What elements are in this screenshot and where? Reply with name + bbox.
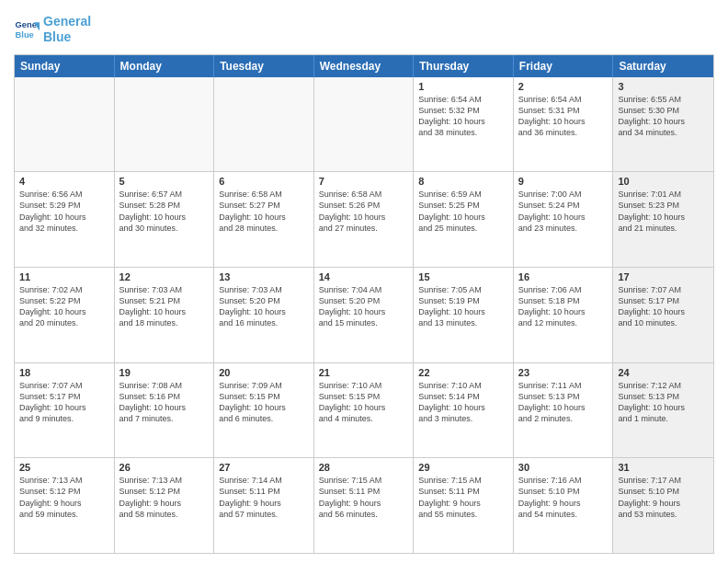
day-info: Sunrise: 7:11 AM Sunset: 5:13 PM Dayligh… (518, 380, 609, 425)
weekday-header-friday: Friday (514, 55, 614, 77)
header: General Blue General Blue (14, 14, 714, 45)
day-cell-20: 20Sunrise: 7:09 AM Sunset: 5:15 PM Dayli… (214, 363, 314, 458)
day-cell-7: 7Sunrise: 6:58 AM Sunset: 5:26 PM Daylig… (314, 172, 415, 267)
day-number: 22 (418, 367, 508, 378)
weekday-header-tuesday: Tuesday (214, 55, 314, 77)
day-number: 30 (518, 462, 609, 473)
day-cell-30: 30Sunrise: 7:16 AM Sunset: 5:10 PM Dayli… (514, 458, 614, 553)
day-cell-25: 25Sunrise: 7:13 AM Sunset: 5:12 PM Dayli… (15, 458, 115, 553)
day-cell-1: 1Sunrise: 6:54 AM Sunset: 5:32 PM Daylig… (414, 77, 514, 172)
day-info: Sunrise: 6:55 AM Sunset: 5:30 PM Dayligh… (618, 94, 709, 139)
svg-text:Blue: Blue (16, 29, 34, 39)
day-cell-26: 26Sunrise: 7:13 AM Sunset: 5:12 PM Dayli… (115, 458, 215, 553)
day-cell-27: 27Sunrise: 7:14 AM Sunset: 5:11 PM Dayli… (214, 458, 314, 553)
day-number: 27 (219, 462, 309, 473)
day-info: Sunrise: 7:15 AM Sunset: 5:11 PM Dayligh… (319, 475, 409, 520)
day-info: Sunrise: 7:12 AM Sunset: 5:13 PM Dayligh… (618, 380, 709, 425)
day-number: 6 (219, 176, 309, 187)
day-number: 26 (119, 462, 210, 473)
weekday-header-monday: Monday (115, 55, 215, 77)
day-cell-18: 18Sunrise: 7:07 AM Sunset: 5:17 PM Dayli… (15, 363, 115, 458)
day-info: Sunrise: 6:57 AM Sunset: 5:28 PM Dayligh… (119, 189, 210, 234)
day-cell-14: 14Sunrise: 7:04 AM Sunset: 5:20 PM Dayli… (314, 268, 415, 362)
day-info: Sunrise: 7:03 AM Sunset: 5:20 PM Dayligh… (219, 284, 309, 329)
logo-line1: General (43, 14, 91, 29)
day-info: Sunrise: 7:08 AM Sunset: 5:16 PM Dayligh… (119, 380, 210, 425)
day-info: Sunrise: 7:04 AM Sunset: 5:20 PM Dayligh… (319, 284, 409, 329)
day-cell-29: 29Sunrise: 7:15 AM Sunset: 5:11 PM Dayli… (414, 458, 514, 553)
day-info: Sunrise: 7:03 AM Sunset: 5:21 PM Dayligh… (119, 284, 210, 329)
day-cell-13: 13Sunrise: 7:03 AM Sunset: 5:20 PM Dayli… (214, 268, 314, 362)
day-number: 4 (19, 176, 109, 187)
day-info: Sunrise: 7:01 AM Sunset: 5:23 PM Dayligh… (618, 189, 709, 234)
day-cell-5: 5Sunrise: 6:57 AM Sunset: 5:28 PM Daylig… (115, 172, 215, 267)
calendar-body: 1Sunrise: 6:54 AM Sunset: 5:32 PM Daylig… (15, 77, 713, 553)
day-info: Sunrise: 7:13 AM Sunset: 5:12 PM Dayligh… (119, 475, 210, 520)
day-number: 29 (418, 462, 508, 473)
weekday-header-wednesday: Wednesday (314, 55, 415, 77)
day-info: Sunrise: 7:09 AM Sunset: 5:15 PM Dayligh… (219, 380, 309, 425)
day-number: 17 (618, 271, 709, 282)
day-info: Sunrise: 7:10 AM Sunset: 5:15 PM Dayligh… (319, 380, 409, 425)
day-info: Sunrise: 7:15 AM Sunset: 5:11 PM Dayligh… (418, 475, 508, 520)
calendar-row-5: 25Sunrise: 7:13 AM Sunset: 5:12 PM Dayli… (15, 457, 713, 553)
weekday-header-thursday: Thursday (414, 55, 514, 77)
day-cell-6: 6Sunrise: 6:58 AM Sunset: 5:27 PM Daylig… (214, 172, 314, 267)
day-number: 3 (618, 81, 709, 92)
day-info: Sunrise: 7:02 AM Sunset: 5:22 PM Dayligh… (19, 284, 109, 329)
day-info: Sunrise: 7:05 AM Sunset: 5:19 PM Dayligh… (418, 284, 508, 329)
day-number: 11 (19, 271, 109, 282)
day-number: 14 (319, 271, 409, 282)
calendar-row-2: 4Sunrise: 6:56 AM Sunset: 5:29 PM Daylig… (15, 171, 713, 267)
day-number: 2 (518, 81, 609, 92)
day-number: 24 (618, 367, 709, 378)
empty-cell (214, 77, 314, 172)
day-info: Sunrise: 7:07 AM Sunset: 5:17 PM Dayligh… (618, 284, 709, 329)
weekday-header-saturday: Saturday (613, 55, 713, 77)
calendar-row-4: 18Sunrise: 7:07 AM Sunset: 5:17 PM Dayli… (15, 362, 713, 458)
day-number: 23 (518, 367, 609, 378)
day-cell-2: 2Sunrise: 6:54 AM Sunset: 5:31 PM Daylig… (514, 77, 614, 172)
day-info: Sunrise: 6:56 AM Sunset: 5:29 PM Dayligh… (19, 189, 109, 234)
day-number: 10 (618, 176, 709, 187)
day-cell-21: 21Sunrise: 7:10 AM Sunset: 5:15 PM Dayli… (314, 363, 415, 458)
day-number: 5 (119, 176, 210, 187)
calendar-header: SundayMondayTuesdayWednesdayThursdayFrid… (15, 55, 713, 77)
day-number: 19 (119, 367, 210, 378)
day-cell-23: 23Sunrise: 7:11 AM Sunset: 5:13 PM Dayli… (514, 363, 614, 458)
weekday-header-sunday: Sunday (15, 55, 115, 77)
page: General Blue General Blue SundayMondayTu… (0, 0, 728, 563)
day-cell-4: 4Sunrise: 6:56 AM Sunset: 5:29 PM Daylig… (15, 172, 115, 267)
day-number: 12 (119, 271, 210, 282)
day-info: Sunrise: 6:54 AM Sunset: 5:32 PM Dayligh… (418, 94, 508, 139)
day-info: Sunrise: 7:06 AM Sunset: 5:18 PM Dayligh… (518, 284, 609, 329)
day-cell-24: 24Sunrise: 7:12 AM Sunset: 5:13 PM Dayli… (613, 363, 713, 458)
day-info: Sunrise: 6:54 AM Sunset: 5:31 PM Dayligh… (518, 94, 609, 139)
calendar-row-3: 11Sunrise: 7:02 AM Sunset: 5:22 PM Dayli… (15, 267, 713, 362)
logo-line2: Blue (43, 29, 91, 45)
day-cell-9: 9Sunrise: 7:00 AM Sunset: 5:24 PM Daylig… (514, 172, 614, 267)
logo: General Blue General Blue (14, 14, 91, 45)
day-number: 1 (418, 81, 508, 92)
day-number: 8 (418, 176, 508, 187)
logo-icon: General Blue (14, 17, 40, 42)
day-info: Sunrise: 7:07 AM Sunset: 5:17 PM Dayligh… (19, 380, 109, 425)
day-info: Sunrise: 7:14 AM Sunset: 5:11 PM Dayligh… (219, 475, 309, 520)
day-number: 13 (219, 271, 309, 282)
day-cell-10: 10Sunrise: 7:01 AM Sunset: 5:23 PM Dayli… (613, 172, 713, 267)
calendar: SundayMondayTuesdayWednesdayThursdayFrid… (14, 54, 714, 554)
day-number: 28 (319, 462, 409, 473)
day-info: Sunrise: 6:58 AM Sunset: 5:27 PM Dayligh… (219, 189, 309, 234)
day-info: Sunrise: 6:59 AM Sunset: 5:25 PM Dayligh… (418, 189, 508, 234)
day-number: 7 (319, 176, 409, 187)
day-number: 9 (518, 176, 609, 187)
day-info: Sunrise: 7:00 AM Sunset: 5:24 PM Dayligh… (518, 189, 609, 234)
day-info: Sunrise: 7:10 AM Sunset: 5:14 PM Dayligh… (418, 380, 508, 425)
day-number: 20 (219, 367, 309, 378)
day-cell-8: 8Sunrise: 6:59 AM Sunset: 5:25 PM Daylig… (414, 172, 514, 267)
day-number: 25 (19, 462, 109, 473)
day-cell-17: 17Sunrise: 7:07 AM Sunset: 5:17 PM Dayli… (613, 268, 713, 362)
day-cell-19: 19Sunrise: 7:08 AM Sunset: 5:16 PM Dayli… (115, 363, 215, 458)
day-number: 15 (418, 271, 508, 282)
day-cell-28: 28Sunrise: 7:15 AM Sunset: 5:11 PM Dayli… (314, 458, 415, 553)
